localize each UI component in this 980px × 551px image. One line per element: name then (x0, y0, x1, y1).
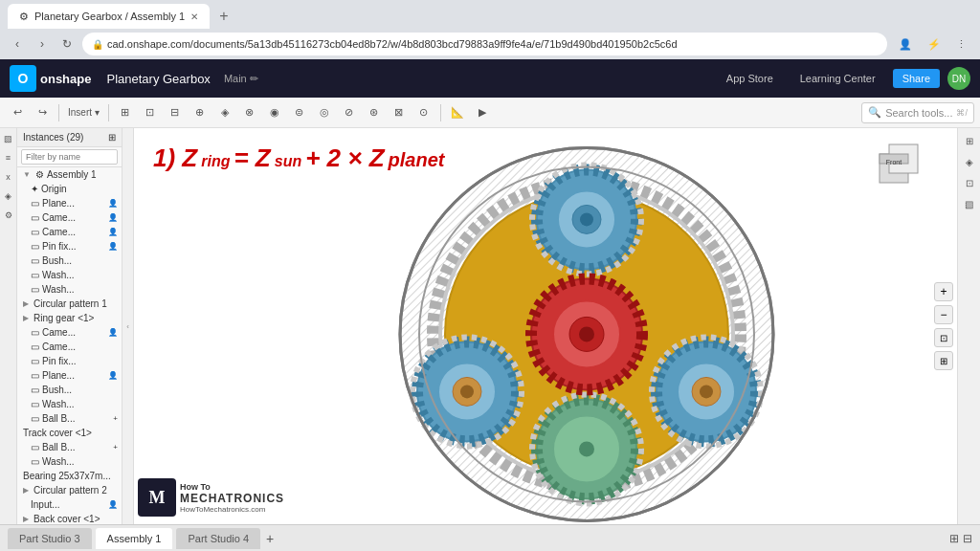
add-tab-btn[interactable]: + (266, 531, 274, 546)
toolbar-tool10[interactable]: ⊘ (338, 101, 361, 124)
forward-btn[interactable]: › (33, 34, 52, 54)
tab-assembly-1[interactable]: Assembly 1 (96, 528, 173, 549)
zoom-in-btn[interactable]: + (934, 282, 953, 301)
settings-btn[interactable]: ⋮ (950, 36, 972, 53)
toolbar-sep1 (58, 104, 59, 121)
toolbar-search[interactable]: 🔍 Search tools... ⌘/ (861, 102, 974, 123)
right-icon-4[interactable]: ▧ (961, 195, 978, 212)
expand-icon: ▼ (23, 170, 31, 179)
sidebar-item-ringgear[interactable]: ▶ Ring gear <1> (17, 311, 122, 325)
filter-icon[interactable]: ⊞ (108, 132, 116, 143)
view-options-btn[interactable]: ⊞ (934, 351, 953, 370)
sidebar-item-assembly[interactable]: ▼ ⚙ Assembly 1 (17, 167, 122, 182)
sidebar-item-came3[interactable]: ▭ Came... 👤 (17, 325, 122, 340)
variables-icon[interactable]: x (2, 170, 15, 184)
toolbar-tool3[interactable]: ⊟ (164, 101, 187, 124)
sidebar-item-plane1[interactable]: ▭ Plane... 👤 (17, 196, 122, 210)
app-store-btn[interactable]: App Store (717, 69, 783, 88)
active-tab-label: Planetary Gearbox / Assembly 1 (34, 11, 185, 22)
sidebar-item-bush2[interactable]: ▭ Bush... (17, 383, 122, 397)
tab-part-studio-4[interactable]: Part Studio 4 (176, 528, 260, 549)
sidebar-collapse-handle[interactable]: ‹ (122, 128, 134, 524)
onshape-logo: O onshape (10, 65, 91, 92)
features-icon[interactable]: ≡ (2, 151, 15, 165)
sidebar-item-wash4[interactable]: ▭ Wash... (17, 454, 122, 469)
right-icon-1[interactable]: ⊞ (961, 132, 978, 149)
sidebar-item-bearing[interactable]: Bearing 25x37x7m... (17, 469, 122, 483)
custom-icon[interactable]: ⚙ (2, 209, 15, 222)
fit-view-btn[interactable]: ⊡ (934, 328, 953, 347)
main-toolbar: ↩ ↪ Insert ▾ ⊞ ⊡ ⊟ ⊕ ◈ ⊗ ◉ ⊜ ◎ ⊘ ⊛ ⊠ ⊙ 📐… (0, 98, 980, 128)
toolbar-tool13[interactable]: ⊙ (412, 101, 435, 124)
instances-icon[interactable]: ◈ (2, 189, 15, 203)
share-btn[interactable]: Share (893, 69, 940, 88)
url-bar[interactable]: 🔒 cad.onshape.com/documents/5a13db451162… (82, 33, 887, 55)
sidebar-item-plane2[interactable]: ▭ Plane... 👤 (17, 368, 122, 383)
sidebar-item-ballb2[interactable]: ▭ Ball B... + (17, 440, 122, 454)
toolbar-tool8[interactable]: ⊜ (288, 101, 311, 124)
sidebar-item-origin[interactable]: ✦ Origin (17, 182, 122, 196)
right-icon-2[interactable]: ◈ (961, 153, 978, 170)
view-controls: + − ⊡ ⊞ (934, 282, 953, 370)
bottom-icon-2[interactable]: ⊟ (963, 532, 972, 545)
sidebar-item-bush[interactable]: ▭ Bush... (17, 253, 122, 268)
sidebar-item-label: Origin (41, 184, 67, 194)
sidebar-filter-input[interactable] (21, 149, 118, 165)
toolbar-tool5[interactable]: ◈ (213, 101, 236, 124)
user-avatar[interactable]: DN (947, 67, 970, 90)
new-tab-btn[interactable]: + (213, 8, 234, 25)
toolbar-sim[interactable]: ▶ (471, 101, 494, 124)
sidebar-item-input[interactable]: Input... 👤 (17, 497, 122, 512)
item-icon: ▭ (31, 255, 39, 266)
sidebar-item-pinfix[interactable]: ▭ Pin fix... 👤 (17, 239, 122, 253)
sidebar-item-circular2[interactable]: ▶ Circular pattern 2 (17, 483, 122, 497)
tab-close-btn[interactable]: ✕ (190, 11, 198, 22)
extensions-btn[interactable]: ⚡ (922, 36, 947, 53)
toolbar-tool9[interactable]: ◎ (313, 101, 336, 124)
zoom-out-btn[interactable]: − (934, 305, 953, 324)
toolbar-tool1[interactable]: ⊞ (114, 101, 137, 124)
profile-btn[interactable]: 👤 (893, 36, 918, 53)
gearbox-svg (386, 133, 788, 524)
sidebar-item-backcover[interactable]: ▶ Back cover <1> (17, 512, 122, 524)
sidebar: Instances (29) ⊞ ▼ ⚙ Assembly 1 ✦ Origin… (17, 128, 122, 524)
sidebar-item-circular1[interactable]: ▶ Circular pattern 1 (17, 297, 122, 311)
sidebar-item-wash2[interactable]: ▭ Wash... (17, 282, 122, 297)
sidebar-item-wash1[interactable]: ▭ Wash... (17, 268, 122, 282)
sidebar-item-label: Wash... (42, 284, 75, 295)
tab-part-studio-3[interactable]: Part Studio 3 (8, 528, 92, 549)
orientation-cube[interactable]: Front (875, 140, 923, 187)
svg-text:Front: Front (886, 159, 902, 165)
sidebar-item-came4[interactable]: ▭ Came... (17, 340, 122, 354)
sidebar-item-ballb1[interactable]: ▭ Ball B... + (17, 411, 122, 426)
toolbar-undo[interactable]: ↩ (6, 101, 29, 124)
back-btn[interactable]: ‹ (8, 34, 27, 54)
toolbar-tool7[interactable]: ◉ (263, 101, 286, 124)
formula-overlay: 1) Z ring = Z sun + 2 × Z planet (153, 143, 445, 173)
sidebar-item-wash3[interactable]: ▭ Wash... (17, 397, 122, 411)
toolbar-tool11[interactable]: ⊛ (363, 101, 386, 124)
active-tab[interactable]: ⚙ Planetary Gearbox / Assembly 1 ✕ (8, 4, 210, 29)
toolbar-tool12[interactable]: ⊠ (388, 101, 411, 124)
tab-bar: ⚙ Planetary Gearbox / Assembly 1 ✕ + (0, 0, 980, 29)
instances-label: Instances (29) (23, 132, 83, 143)
sidebar-item-label: Bearing 25x37x7m... (23, 471, 111, 481)
toolbar-measure[interactable]: 📐 (446, 101, 469, 124)
learning-center-btn[interactable]: Learning Center (791, 69, 885, 88)
sidebar-item-trackcover[interactable]: Track cover <1> (17, 426, 122, 440)
sidebar-item-label: Plane... (42, 198, 75, 209)
toolbar-redo[interactable]: ↪ (31, 101, 54, 124)
bottom-icon-1[interactable]: ⊞ (949, 532, 959, 545)
toolbar-tool4[interactable]: ⊕ (189, 101, 212, 124)
sidebar-item-came2[interactable]: ▭ Came... 👤 (17, 225, 122, 239)
toolbar-insert[interactable]: Insert ▾ (64, 101, 103, 124)
parts-icon[interactable]: ▧ (2, 132, 15, 145)
toolbar-tool6[interactable]: ⊗ (238, 101, 261, 124)
browser-chrome: ⚙ Planetary Gearbox / Assembly 1 ✕ + ‹ ›… (0, 0, 980, 59)
sidebar-item-label: Input... (31, 499, 60, 510)
toolbar-tool2[interactable]: ⊡ (139, 101, 162, 124)
reload-btn[interactable]: ↻ (57, 34, 77, 54)
sidebar-item-pinfix2[interactable]: ▭ Pin fix... (17, 354, 122, 368)
right-icon-3[interactable]: ⊡ (961, 174, 978, 191)
sidebar-item-came1[interactable]: ▭ Came... 👤 (17, 210, 122, 225)
